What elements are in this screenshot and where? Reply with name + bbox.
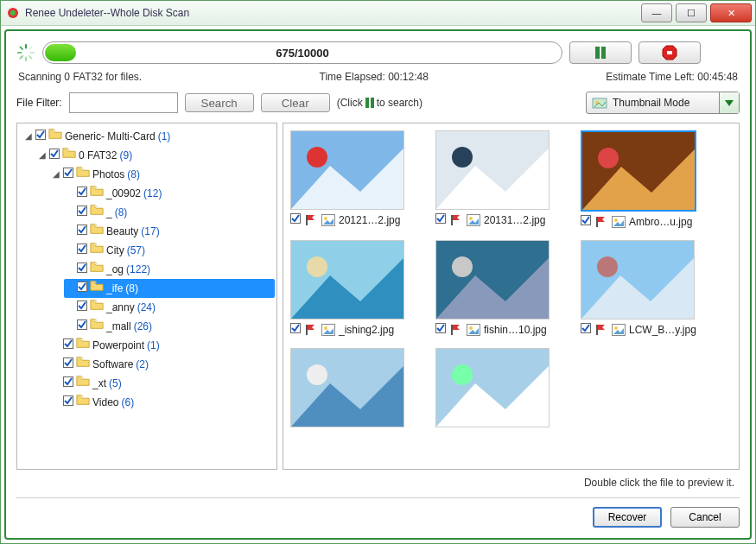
svg-line-6 [20, 47, 22, 49]
tree-checkbox[interactable] [77, 280, 87, 297]
folder-icon [90, 318, 104, 335]
thumbnail-image[interactable] [581, 240, 695, 319]
tree-node[interactable]: _xt (5) [50, 374, 275, 393]
close-button[interactable]: ✕ [710, 3, 752, 22]
time-eta: Estimate Time Left: 00:45:48 [606, 71, 738, 83]
thumbnail-item[interactable] [290, 348, 420, 427]
thumb-checkbox[interactable] [581, 215, 591, 228]
tree-checkbox[interactable] [63, 375, 73, 392]
tree-count: (8) [125, 280, 138, 297]
tree-checkbox[interactable] [77, 223, 87, 240]
thumbnail-item[interactable]: fishin…10.jpg [435, 240, 565, 336]
filter-input[interactable] [69, 92, 178, 113]
thumbnail-item[interactable]: 20121…2.jpg [290, 130, 420, 228]
thumbnail-image[interactable] [435, 348, 550, 427]
tree-node[interactable]: Powerpoint (1) [50, 336, 275, 355]
thumb-checkbox[interactable] [435, 323, 446, 336]
tree-node[interactable]: _anny (24) [64, 298, 275, 317]
thumbnail-item[interactable]: 20131…2.jpg [435, 130, 565, 228]
tree-checkbox[interactable] [35, 128, 46, 145]
expander-icon[interactable]: ◢ [38, 151, 47, 160]
tree-node[interactable]: _mall (26) [64, 317, 275, 336]
thumbnail-item[interactable] [435, 348, 565, 427]
preview-hint: Double click the file to preview it. [16, 477, 740, 489]
stop-button[interactable] [638, 41, 701, 64]
recover-button[interactable]: Recover [593, 507, 662, 528]
pause-hint-icon [365, 98, 375, 108]
thumbnail-filename: 20131…2.jpg [484, 214, 545, 226]
cancel-button[interactable]: Cancel [670, 507, 740, 528]
tree-checkbox[interactable] [63, 337, 73, 354]
pause-button[interactable] [569, 41, 632, 64]
svg-point-42 [452, 147, 473, 168]
spinner-icon [16, 43, 35, 62]
tree-node[interactable]: _ife (8) [64, 279, 275, 298]
thumbnail-image[interactable] [435, 240, 550, 319]
view-mode-label: Thumbnail Mode [613, 97, 689, 109]
thumbnail-image[interactable] [290, 130, 404, 210]
tree-node[interactable]: Software (2) [50, 355, 275, 374]
expander-icon[interactable]: ◢ [52, 170, 60, 179]
tree-node[interactable]: _og (122) [64, 260, 275, 279]
tree-checkbox[interactable] [77, 299, 87, 316]
tree-checkbox[interactable] [63, 356, 73, 373]
tree-checkbox[interactable] [63, 394, 73, 411]
thumb-checkbox[interactable] [581, 323, 591, 336]
thumbnail-item[interactable]: LCW_B…y.jpg [581, 240, 710, 336]
expander-icon[interactable]: ◢ [24, 132, 33, 141]
tree-node[interactable]: City (57) [64, 241, 275, 260]
folder-tree[interactable]: ◢Generic- Multi-Card (1)◢0 FAT32 (9)◢Pho… [16, 123, 277, 470]
thumbnail-image[interactable] [290, 348, 404, 427]
bottom-buttons: Recover Cancel [16, 507, 740, 529]
search-hint: (Click to search) [337, 97, 422, 109]
view-mode-chevron[interactable] [719, 92, 739, 113]
folder-icon [90, 204, 104, 221]
clear-button[interactable]: Clear [261, 93, 330, 112]
tree-node[interactable]: ◢0 FAT32 (9) [36, 146, 275, 165]
progress-row: 675/10000 [16, 40, 740, 66]
svg-point-80 [452, 364, 473, 385]
svg-point-35 [307, 147, 327, 168]
tree-checkbox[interactable] [77, 185, 87, 202]
time-elapsed: Time Elapsed: 00:12:48 [320, 71, 429, 83]
search-button[interactable]: Search [185, 93, 254, 112]
thumbnail-image[interactable] [435, 130, 550, 210]
tree-label: _00902 [106, 185, 141, 202]
flag-icon [449, 324, 463, 336]
maximize-button[interactable]: ☐ [676, 3, 707, 22]
thumbnail-item[interactable]: Ambro…u.jpg [581, 130, 710, 228]
tree-checkbox[interactable] [77, 204, 87, 221]
tree-node[interactable]: Video (6) [50, 393, 275, 412]
folder-icon [90, 223, 104, 240]
tree-label: Powerpoint [92, 337, 144, 354]
tree-checkbox[interactable] [63, 166, 73, 183]
thumb-checkbox[interactable] [435, 213, 446, 226]
tree-count: (24) [137, 299, 156, 316]
tree-checkbox[interactable] [77, 242, 87, 259]
tree-checkbox[interactable] [77, 261, 87, 278]
tree-node[interactable]: ◢Generic- Multi-Card (1) [22, 127, 275, 146]
progress-text: 675/10000 [43, 47, 562, 60]
thumb-checkbox[interactable] [290, 213, 301, 226]
thumbnail-image[interactable] [290, 240, 404, 319]
tree-node[interactable]: _00902 (12) [64, 184, 275, 203]
flag-icon [449, 214, 463, 226]
minimize-button[interactable]: — [641, 3, 672, 22]
thumbnail-scroll[interactable]: 20121…2.jpg20131…2.jpgAmbro…u.jpg_ishing… [283, 123, 739, 469]
svg-rect-72 [596, 325, 598, 335]
tree-count: (2) [136, 356, 149, 373]
tree-count: (9) [119, 147, 132, 164]
thumbnail-image[interactable] [581, 130, 696, 212]
thumb-checkbox[interactable] [290, 323, 301, 336]
thumbnail-item[interactable]: _ishing2.jpg [290, 240, 420, 336]
tree-checkbox[interactable] [49, 147, 60, 164]
svg-point-39 [324, 217, 327, 220]
view-mode-dropdown[interactable]: Thumbnail Mode [586, 92, 740, 114]
tree-node[interactable]: Beauty (17) [64, 222, 275, 241]
tree-node[interactable]: _ (8) [64, 203, 275, 222]
tree-checkbox[interactable] [77, 318, 87, 335]
svg-line-7 [29, 56, 32, 59]
tree-node[interactable]: ◢Photos (8) [50, 165, 275, 184]
tree-count: (26) [134, 318, 152, 335]
divider [16, 497, 740, 498]
